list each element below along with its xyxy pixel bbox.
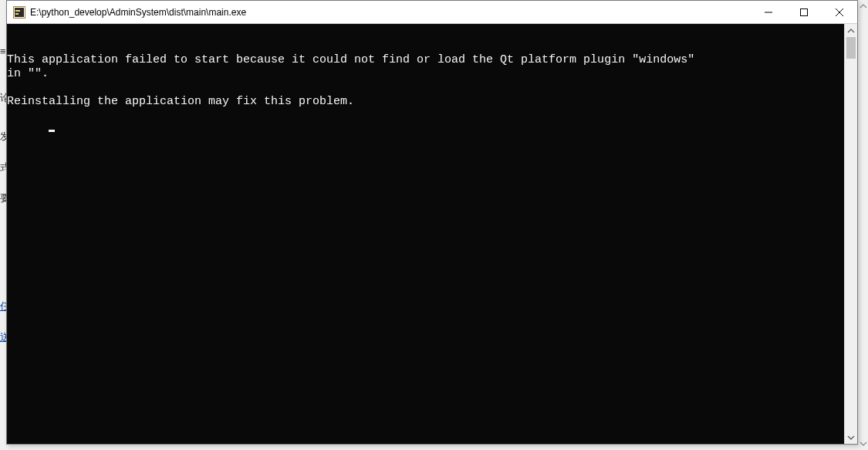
window-title: E:\python_develop\AdminSystem\dist\main\… [30,7,751,18]
titlebar[interactable]: E:\python_develop\AdminSystem\dist\main\… [7,1,857,24]
page-scrollbar [859,0,868,450]
background-text-fragment: ≡ [0,46,6,56]
svg-rect-2 [15,10,20,12]
maximize-button[interactable] [786,1,822,23]
console-text: This application failed to start because… [7,53,844,109]
app-window: E:\python_develop\AdminSystem\dist\main\… [6,0,858,445]
page-scroll-down-icon[interactable] [860,438,867,450]
exe-icon [13,6,25,19]
console-output[interactable]: This application failed to start because… [7,24,844,444]
text-cursor [49,130,55,132]
svg-rect-4 [801,8,808,15]
page-scroll-up-icon[interactable] [860,0,867,12]
console-scrollbar[interactable] [844,24,857,444]
client-area: This application failed to start because… [7,24,857,444]
scrollbar-track[interactable] [845,37,857,431]
scroll-down-button[interactable] [845,431,857,444]
scrollbar-thumb[interactable] [846,37,856,59]
window-controls [751,1,857,23]
svg-rect-3 [15,13,19,15]
close-button[interactable] [822,1,857,23]
minimize-button[interactable] [751,1,786,23]
scroll-up-button[interactable] [845,24,857,37]
svg-rect-1 [15,8,24,17]
